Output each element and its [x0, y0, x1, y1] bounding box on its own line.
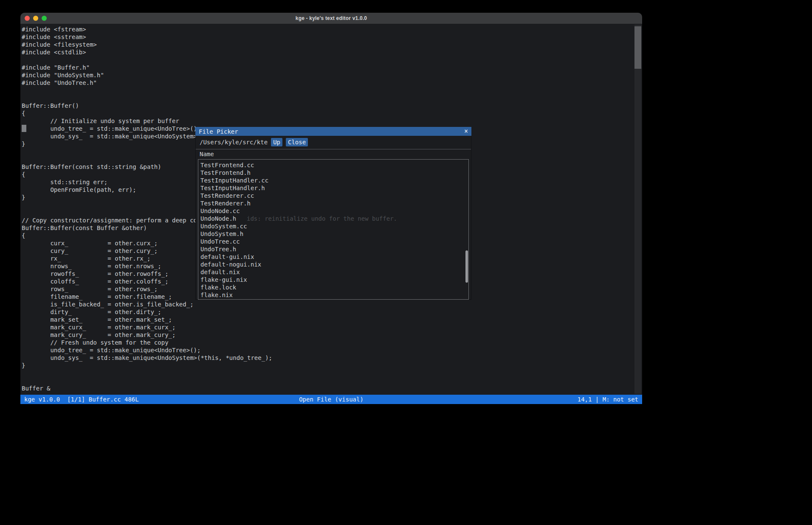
- status-cursor-position: 14,1 | M: not set: [364, 396, 638, 403]
- status-left: kge v1.0.0 [1/1] Buffer.cc 486L: [24, 396, 299, 403]
- minimize-window-button[interactable]: [33, 16, 38, 21]
- editor-window: kge - kyle's text editor v1.0.0 #include…: [20, 13, 642, 404]
- file-item[interactable]: TestRenderer.h: [198, 199, 468, 207]
- file-item[interactable]: UndoTree.cc: [198, 238, 468, 245]
- file-item[interactable]: TestFrontend.cc: [198, 161, 468, 169]
- window-titlebar[interactable]: kge - kyle's text editor v1.0.0: [20, 13, 642, 24]
- file-item[interactable]: UndoTree.h: [198, 245, 468, 253]
- column-header-name: Name: [196, 149, 471, 159]
- file-item[interactable]: default-gui.nix: [198, 253, 468, 261]
- window-title: kge - kyle's text editor v1.0.0: [296, 15, 367, 21]
- status-bar: kge v1.0.0 [1/1] Buffer.cc 486L Open Fil…: [20, 395, 642, 404]
- file-item[interactable]: UndoNode.cc: [198, 207, 468, 215]
- text-cursor: [22, 125, 26, 132]
- file-list[interactable]: TestFrontend.ccTestFrontend.hTestInputHa…: [198, 159, 469, 300]
- file-item[interactable]: flake-gui.nix: [198, 276, 468, 284]
- close-button[interactable]: Close: [286, 138, 308, 146]
- file-item[interactable]: UndoNode.h: [198, 215, 468, 222]
- traffic-lights: [25, 16, 47, 21]
- zoom-window-button[interactable]: [42, 16, 47, 21]
- file-list-scrollbar-thumb[interactable]: [465, 250, 468, 283]
- file-item[interactable]: UndoSystem.cc: [198, 222, 468, 230]
- file-item[interactable]: TestInputHandler.h: [198, 184, 468, 192]
- file-item[interactable]: TestInputHandler.cc: [198, 177, 468, 184]
- editor-area[interactable]: #include <fstream> #include <sstream> #i…: [20, 24, 642, 395]
- path-row: /Users/kyle/src/kte Up Close: [196, 136, 471, 149]
- status-mode: Open File (visual): [299, 396, 364, 403]
- file-picker-titlebar[interactable]: File Picker ×: [195, 127, 471, 136]
- file-item[interactable]: default.nix: [198, 268, 468, 276]
- up-button[interactable]: Up: [271, 138, 282, 146]
- file-items: TestFrontend.ccTestFrontend.hTestInputHa…: [198, 161, 468, 299]
- current-path: /Users/kyle/src/kte: [200, 139, 268, 146]
- file-item[interactable]: default-nogui.nix: [198, 261, 468, 268]
- editor-scrollbar[interactable]: [634, 25, 641, 394]
- close-window-button[interactable]: [25, 16, 30, 21]
- file-item[interactable]: TestFrontend.h: [198, 169, 468, 177]
- file-picker-title: File Picker: [199, 128, 238, 135]
- dialog-close-icon[interactable]: ×: [464, 128, 468, 135]
- editor-scrollbar-thumb[interactable]: [634, 26, 641, 69]
- desktop: kge - kyle's text editor v1.0.0 #include…: [0, 0, 812, 525]
- file-item[interactable]: flake.lock: [198, 284, 468, 291]
- file-item[interactable]: UndoSystem.h: [198, 230, 468, 238]
- file-item[interactable]: TestRenderer.cc: [198, 192, 468, 199]
- file-item[interactable]: flake.nix: [198, 291, 468, 299]
- file-picker-dialog: File Picker × /Users/kyle/src/kte Up Clo…: [195, 127, 471, 300]
